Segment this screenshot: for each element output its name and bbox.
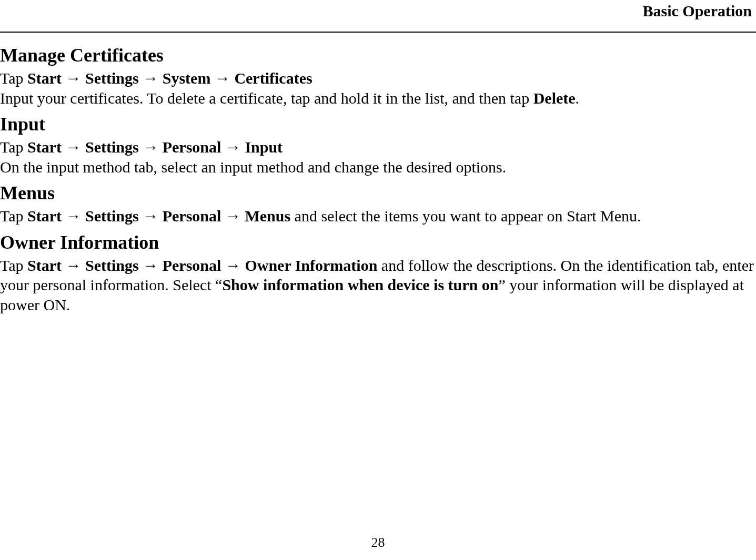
arrow-icon: → bbox=[225, 138, 241, 156]
text-cert-body-post: . bbox=[576, 89, 580, 107]
text-menus-tail: and select the items you want to appear … bbox=[290, 207, 641, 225]
path-input: Input bbox=[245, 138, 283, 156]
path-personal: Personal bbox=[163, 257, 221, 274]
path-start: Start bbox=[27, 69, 62, 87]
path-owner-information: Owner Information bbox=[245, 257, 377, 274]
arrow-icon: → bbox=[66, 138, 82, 156]
path-personal: Personal bbox=[163, 138, 221, 156]
text-input-body: On the input method tab, select an input… bbox=[0, 158, 506, 176]
arrow-icon: → bbox=[66, 69, 82, 87]
path-settings: Settings bbox=[85, 257, 139, 274]
arrow-icon: → bbox=[215, 69, 230, 87]
heading-menus: Menus bbox=[0, 182, 754, 204]
arrow-icon: → bbox=[143, 138, 158, 156]
path-settings: Settings bbox=[85, 207, 139, 225]
arrow-icon: → bbox=[225, 257, 241, 274]
arrow-icon: → bbox=[143, 257, 158, 274]
document-page: Basic Operation Manage Certificates Tap … bbox=[0, 0, 756, 560]
path-certificates: Certificates bbox=[234, 69, 312, 87]
path-settings: Settings bbox=[85, 69, 139, 87]
header-rule bbox=[0, 32, 756, 33]
arrow-icon: → bbox=[143, 69, 158, 87]
paragraph-certificates-path: Tap Start → Settings → System → Certific… bbox=[0, 68, 754, 108]
text-show-info-bold: Show information when device is turn on bbox=[222, 276, 498, 293]
arrow-icon: → bbox=[143, 207, 158, 225]
text-delete: Delete bbox=[533, 89, 576, 107]
arrow-icon: → bbox=[66, 207, 82, 225]
arrow-icon: → bbox=[66, 257, 82, 274]
heading-owner-information: Owner Information bbox=[0, 231, 754, 253]
paragraph-owner: Tap Start → Settings → Personal → Owner … bbox=[0, 256, 754, 315]
heading-manage-certificates: Manage Certificates bbox=[0, 44, 754, 66]
page-content: Manage Certificates Tap Start → Settings… bbox=[0, 41, 756, 320]
path-settings: Settings bbox=[85, 138, 139, 156]
page-header-title: Basic Operation bbox=[643, 2, 752, 20]
path-start: Start bbox=[27, 207, 62, 225]
text-cert-body-pre: Input your certificates. To delete a cer… bbox=[0, 89, 533, 107]
text-tap: Tap bbox=[0, 257, 27, 274]
path-menus: Menus bbox=[245, 207, 290, 225]
path-system: System bbox=[163, 69, 211, 87]
path-personal: Personal bbox=[163, 207, 221, 225]
heading-input: Input bbox=[0, 113, 754, 135]
text-tap: Tap bbox=[0, 69, 27, 87]
text-tap: Tap bbox=[0, 207, 27, 225]
paragraph-menus: Tap Start → Settings → Personal → Menus … bbox=[0, 206, 754, 226]
paragraph-input: Tap Start → Settings → Personal → Input … bbox=[0, 137, 754, 177]
path-start: Start bbox=[27, 138, 62, 156]
page-number: 28 bbox=[0, 535, 756, 551]
path-start: Start bbox=[27, 257, 62, 274]
arrow-icon: → bbox=[225, 207, 241, 225]
text-tap: Tap bbox=[0, 138, 27, 156]
